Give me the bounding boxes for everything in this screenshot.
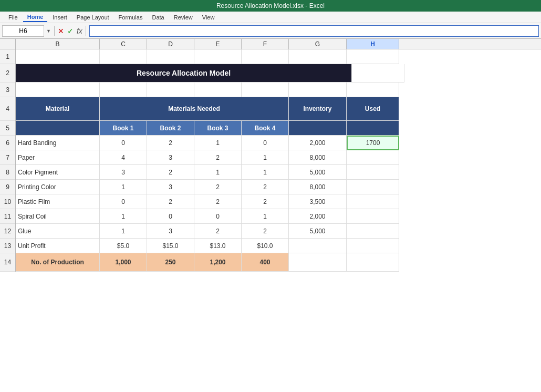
cell-g7[interactable]: 8,000 bbox=[289, 150, 347, 165]
cell-g10[interactable]: 3,500 bbox=[289, 194, 347, 209]
cell-f10[interactable]: 2 bbox=[242, 194, 289, 209]
cell-h9[interactable] bbox=[347, 180, 399, 194]
cell-c14[interactable]: 1,000 bbox=[100, 253, 147, 272]
cell-b5[interactable] bbox=[16, 121, 100, 136]
col-header-f[interactable]: F bbox=[242, 39, 289, 49]
name-box-dropdown[interactable]: ▼ bbox=[46, 28, 51, 34]
cell-f12[interactable]: 2 bbox=[242, 224, 289, 239]
cell-title[interactable]: Resource Allocation Model bbox=[16, 64, 352, 82]
cell-h3[interactable] bbox=[347, 82, 399, 97]
cell-book2-header[interactable]: Book 2 bbox=[147, 121, 194, 136]
cell-e10[interactable]: 2 bbox=[194, 194, 242, 209]
col-header-e[interactable]: E bbox=[194, 39, 242, 49]
cell-b9[interactable]: Printing Color bbox=[16, 180, 100, 194]
cell-e9[interactable]: 2 bbox=[194, 180, 242, 194]
cell-b1[interactable] bbox=[16, 49, 100, 64]
cell-c6[interactable]: 0 bbox=[100, 136, 147, 150]
cell-g12[interactable]: 5,000 bbox=[289, 224, 347, 239]
cell-e13[interactable]: $13.0 bbox=[194, 239, 242, 253]
cell-c1[interactable] bbox=[100, 49, 147, 64]
cell-g8[interactable]: 5,000 bbox=[289, 165, 347, 180]
cell-h10[interactable] bbox=[347, 194, 399, 209]
col-header-g[interactable]: G bbox=[289, 39, 347, 49]
cell-f14[interactable]: 400 bbox=[242, 253, 289, 272]
cell-inventory-header[interactable]: Inventory bbox=[289, 97, 347, 121]
cell-c7[interactable]: 4 bbox=[100, 150, 147, 165]
cell-b3[interactable] bbox=[16, 82, 100, 97]
cell-g9[interactable]: 8,000 bbox=[289, 180, 347, 194]
cell-h6[interactable]: 1700 bbox=[347, 136, 399, 150]
cell-h8[interactable] bbox=[347, 165, 399, 180]
cell-e7[interactable]: 2 bbox=[194, 150, 242, 165]
cell-g6[interactable]: 2,000 bbox=[289, 136, 347, 150]
cell-e14[interactable]: 1,200 bbox=[194, 253, 242, 272]
cell-e1[interactable] bbox=[194, 49, 242, 64]
cell-h13[interactable] bbox=[347, 239, 399, 253]
cell-e3[interactable] bbox=[194, 82, 242, 97]
cell-d13[interactable]: $15.0 bbox=[147, 239, 194, 253]
cell-b12[interactable]: Glue bbox=[16, 224, 100, 239]
cell-d7[interactable]: 3 bbox=[147, 150, 194, 165]
cell-f9[interactable]: 2 bbox=[242, 180, 289, 194]
cell-d11[interactable]: 0 bbox=[147, 209, 194, 224]
tab-file[interactable]: File bbox=[4, 13, 22, 22]
cell-used-header[interactable]: Used bbox=[347, 97, 399, 121]
cell-h14[interactable] bbox=[347, 253, 399, 272]
cell-g13[interactable] bbox=[289, 239, 347, 253]
cell-f7[interactable]: 1 bbox=[242, 150, 289, 165]
cell-book4-header[interactable]: Book 4 bbox=[242, 121, 289, 136]
cell-b6-material[interactable]: Hard Banding bbox=[16, 136, 100, 150]
cell-book3-header[interactable]: Book 3 bbox=[194, 121, 242, 136]
fx-icon[interactable]: fx bbox=[77, 27, 82, 35]
cell-f13[interactable]: $10.0 bbox=[242, 239, 289, 253]
cell-d6[interactable]: 2 bbox=[147, 136, 194, 150]
cell-g1[interactable] bbox=[289, 49, 347, 64]
cell-g11[interactable]: 2,000 bbox=[289, 209, 347, 224]
cell-h11[interactable] bbox=[347, 209, 399, 224]
tab-review[interactable]: Review bbox=[170, 13, 197, 22]
cell-f1[interactable] bbox=[242, 49, 289, 64]
cell-b10[interactable]: Plastic Film bbox=[16, 194, 100, 209]
cell-h1[interactable] bbox=[347, 49, 399, 64]
cell-book1-header[interactable]: Book 1 bbox=[100, 121, 147, 136]
cell-e11[interactable]: 0 bbox=[194, 209, 242, 224]
cell-c10[interactable]: 0 bbox=[100, 194, 147, 209]
col-header-c[interactable]: C bbox=[100, 39, 147, 49]
cell-e6[interactable]: 1 bbox=[194, 136, 242, 150]
cell-g3[interactable] bbox=[289, 82, 347, 97]
tab-view[interactable]: View bbox=[198, 13, 219, 22]
cell-f11[interactable]: 1 bbox=[242, 209, 289, 224]
cell-h12[interactable] bbox=[347, 224, 399, 239]
cancel-icon[interactable]: ✕ bbox=[58, 27, 64, 35]
tab-insert[interactable]: Insert bbox=[48, 13, 71, 22]
cell-d12[interactable]: 3 bbox=[147, 224, 194, 239]
cell-material-header[interactable]: Material bbox=[16, 97, 100, 121]
cell-f8[interactable]: 1 bbox=[242, 165, 289, 180]
cell-d3[interactable] bbox=[147, 82, 194, 97]
col-header-b[interactable]: B bbox=[16, 39, 100, 49]
cell-c12[interactable]: 1 bbox=[100, 224, 147, 239]
cell-c9[interactable]: 1 bbox=[100, 180, 147, 194]
cell-e12[interactable]: 2 bbox=[194, 224, 242, 239]
formula-input[interactable]: =SUMPRODUCT(C6:F6,$C$14:$F$14) bbox=[89, 25, 539, 37]
cell-g5[interactable] bbox=[289, 121, 347, 136]
tab-formulas[interactable]: Formulas bbox=[115, 13, 147, 22]
cell-f3[interactable] bbox=[242, 82, 289, 97]
col-header-h[interactable]: H bbox=[347, 39, 399, 49]
cell-d10[interactable]: 2 bbox=[147, 194, 194, 209]
cell-b8[interactable]: Color Pigment bbox=[16, 165, 100, 180]
cell-d9[interactable]: 3 bbox=[147, 180, 194, 194]
tab-home[interactable]: Home bbox=[23, 13, 48, 22]
cell-h7[interactable] bbox=[347, 150, 399, 165]
cell-f6[interactable]: 0 bbox=[242, 136, 289, 150]
col-header-d[interactable]: D bbox=[147, 39, 194, 49]
cell-d14[interactable]: 250 bbox=[147, 253, 194, 272]
cell-d1[interactable] bbox=[147, 49, 194, 64]
confirm-icon[interactable]: ✓ bbox=[67, 27, 74, 35]
cell-c3[interactable] bbox=[100, 82, 147, 97]
cell-e8[interactable]: 1 bbox=[194, 165, 242, 180]
cell-materials-needed-header[interactable]: Materials Needed bbox=[100, 97, 289, 121]
cell-b7[interactable]: Paper bbox=[16, 150, 100, 165]
cell-g14[interactable] bbox=[289, 253, 347, 272]
tab-pagelayout[interactable]: Page Layout bbox=[72, 13, 113, 22]
